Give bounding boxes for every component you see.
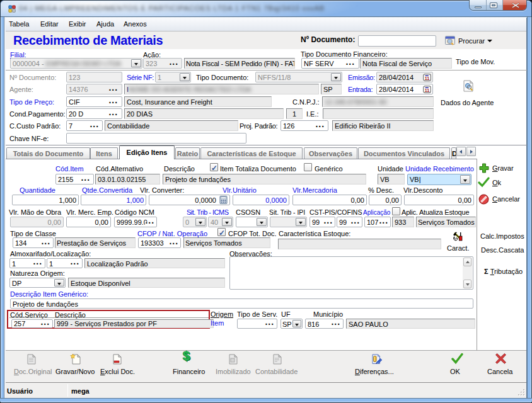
svg-text:11: 11 <box>425 76 430 81</box>
svg-text:11: 11 <box>425 88 430 93</box>
